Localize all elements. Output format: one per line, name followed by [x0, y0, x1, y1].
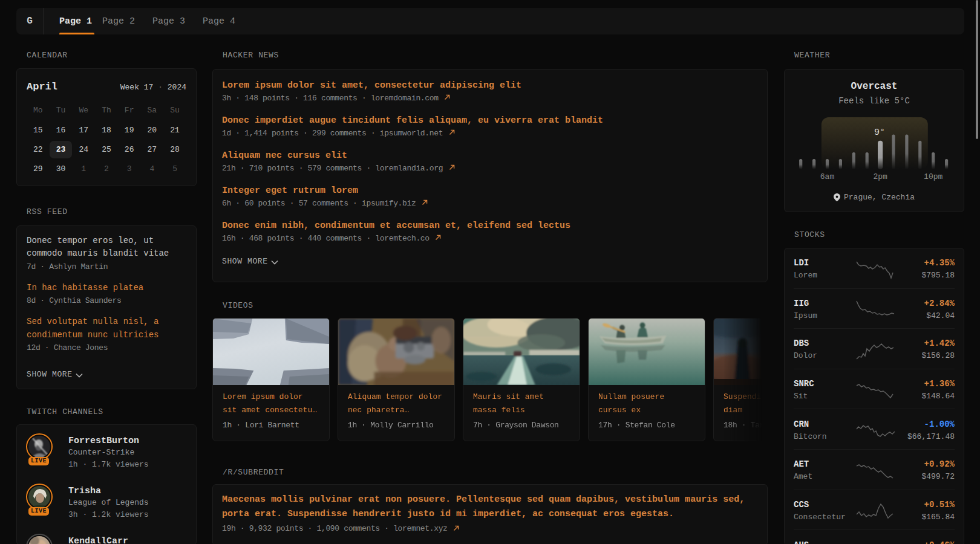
- svg-text:9°: 9°: [874, 128, 885, 138]
